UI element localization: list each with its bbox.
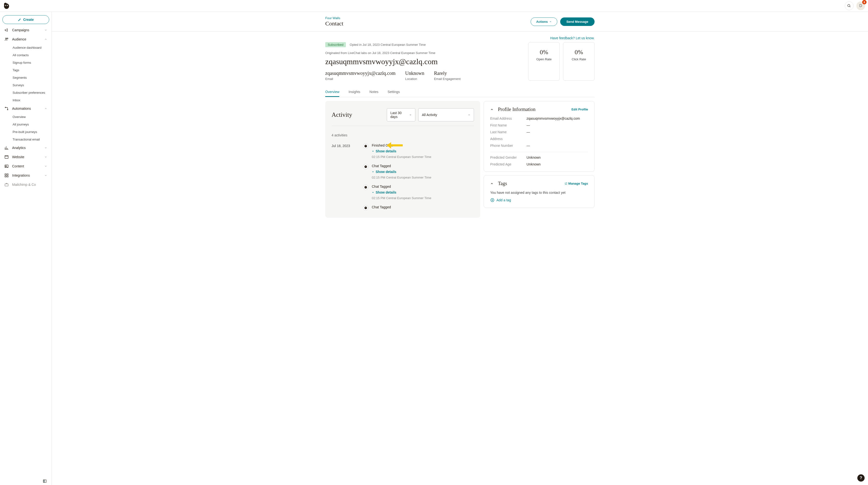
- timeline-event: Chat Tagged Show details 02:15 PM Centra…: [363, 164, 474, 179]
- tags-card: Tags Manage Tags You have not assigned a…: [484, 175, 595, 208]
- svg-point-5: [7, 5, 8, 6]
- chevron-up-icon[interactable]: [490, 182, 494, 185]
- avatar[interactable]: D 6: [857, 1, 865, 10]
- panel-icon: [43, 479, 47, 483]
- svg-point-11: [7, 109, 8, 110]
- feedback-link[interactable]: Have feedback? Let us know.: [550, 36, 595, 40]
- sidebar-sub-subscriber-prefs[interactable]: Subscriber preferences: [2, 89, 49, 96]
- sidebar-item-campaigns[interactable]: Campaigns: [2, 25, 49, 35]
- image-icon: [4, 164, 9, 169]
- help-button[interactable]: ?: [857, 474, 865, 482]
- profile-heading: Profile Information: [498, 107, 535, 112]
- meta-location-val: Unknown: [405, 70, 424, 76]
- external-icon: [564, 182, 567, 185]
- sidebar-sub-tags[interactable]: Tags: [2, 66, 49, 74]
- info-key: Email Address: [490, 117, 527, 120]
- svg-point-8: [6, 38, 7, 39]
- sidebar-item-mailchimp-co[interactable]: Mailchimp & Co: [2, 180, 49, 189]
- chevron-down-icon: [468, 114, 470, 116]
- open-rate-card: 0% Open Rate: [528, 42, 560, 81]
- sidebar-item-analytics[interactable]: Analytics: [2, 143, 49, 152]
- meta-email-lbl: Email: [325, 77, 396, 81]
- chevron-down-icon: [44, 165, 47, 168]
- sidebar-sub-signup-forms[interactable]: Signup forms: [2, 59, 49, 66]
- timeline-event: Chat Tagged Show details 02:15 PM Centra…: [363, 185, 474, 200]
- filter-type-label: All Activity: [422, 113, 437, 117]
- briefcase-icon: [4, 182, 9, 187]
- open-rate-val: 0%: [535, 49, 553, 56]
- sidebar-sub-all-journeys[interactable]: All journeys: [2, 121, 49, 128]
- click-rate-val: 0%: [570, 49, 588, 56]
- sidebar-collapse[interactable]: [2, 477, 49, 485]
- status-badge: Subscribed: [325, 42, 346, 47]
- svg-rect-17: [5, 176, 6, 177]
- sidebar-sub-transactional-email[interactable]: Transactional email: [2, 136, 49, 143]
- tab-insights[interactable]: Insights: [348, 87, 360, 97]
- send-message-button[interactable]: Send Message: [560, 18, 595, 26]
- sidebar-item-automations[interactable]: Automations: [2, 104, 49, 113]
- sidebar-sub-audience-dashboard[interactable]: Audience dashboard: [2, 44, 49, 51]
- sidebar-sub-segments[interactable]: Segments: [2, 74, 49, 82]
- sidebar-label: Content: [12, 164, 24, 168]
- show-details[interactable]: Show details: [372, 190, 431, 194]
- activity-count: 4 activities: [332, 126, 474, 137]
- actions-button[interactable]: Actions: [531, 18, 557, 26]
- svg-rect-18: [7, 176, 8, 177]
- sidebar-sub-prebuilt-journeys[interactable]: Pre-built journeys: [2, 128, 49, 136]
- sidebar-label: Website: [12, 155, 24, 159]
- sidebar-label: Campaigns: [12, 28, 29, 32]
- chevron-down-icon: [549, 20, 552, 23]
- svg-point-29: [365, 187, 366, 187]
- edit-profile[interactable]: Edit Profile: [571, 108, 588, 111]
- tab-notes[interactable]: Notes: [370, 87, 378, 97]
- sidebar-item-content[interactable]: Content: [2, 161, 49, 171]
- sidebar-sub-overview[interactable]: Overview: [2, 113, 49, 121]
- create-label: Create: [23, 18, 34, 22]
- show-details[interactable]: Show details: [372, 170, 431, 174]
- sidebar-sub-inbox[interactable]: Inbox: [2, 96, 49, 104]
- freddie-icon: [363, 164, 368, 169]
- sidebar-item-integrations[interactable]: Integrations: [2, 171, 49, 180]
- svg-point-31: [365, 207, 367, 209]
- filter-type[interactable]: All Activity: [418, 108, 474, 121]
- freddie-icon: [363, 185, 368, 190]
- svg-point-25: [365, 165, 367, 168]
- tab-settings[interactable]: Settings: [388, 87, 400, 97]
- chevron-up-icon[interactable]: [490, 108, 494, 111]
- event-title: Chat Tagged: [372, 205, 391, 209]
- svg-point-4: [6, 5, 6, 6]
- tags-empty-text: You have not assigned any tags to this c…: [490, 191, 588, 194]
- tab-overview[interactable]: Overview: [325, 87, 339, 97]
- info-key: Predicted Gender: [490, 155, 527, 159]
- filter-range[interactable]: Last 30 days: [387, 108, 415, 121]
- annotation-arrow: [385, 141, 403, 151]
- info-val: Unknown: [527, 155, 588, 159]
- sidebar-sub-surveys[interactable]: Surveys: [2, 82, 49, 89]
- page-title: Contact: [325, 20, 343, 27]
- add-tag[interactable]: Add a tag: [490, 198, 588, 202]
- create-button[interactable]: Create: [2, 15, 49, 24]
- profile-card: Profile Information Edit Profile Email A…: [484, 101, 595, 172]
- manage-tags[interactable]: Manage Tags: [564, 182, 588, 185]
- svg-point-27: [366, 166, 366, 167]
- sidebar-item-audience[interactable]: Audience: [2, 35, 49, 44]
- sidebar-item-website[interactable]: Website: [2, 152, 49, 161]
- svg-rect-16: [7, 174, 8, 175]
- add-tag-label: Add a tag: [496, 198, 511, 202]
- search-button[interactable]: [845, 1, 854, 10]
- chevron-up-icon: [44, 107, 47, 110]
- breadcrumb[interactable]: Four Walls: [325, 16, 343, 20]
- sidebar-sub-all-contacts[interactable]: All contacts: [2, 51, 49, 59]
- chevron-down-icon: [409, 114, 412, 116]
- info-key: Last Name: [490, 130, 527, 134]
- grid-icon: [4, 173, 9, 178]
- sidebar-label: Audience: [12, 37, 26, 41]
- logo[interactable]: [3, 2, 10, 9]
- megaphone-icon: [4, 28, 9, 32]
- tags-heading: Tags: [498, 181, 507, 186]
- svg-point-33: [366, 207, 366, 208]
- svg-point-26: [365, 166, 366, 167]
- svg-point-28: [365, 186, 367, 189]
- svg-rect-21: [43, 480, 44, 483]
- info-val: —: [527, 130, 588, 134]
